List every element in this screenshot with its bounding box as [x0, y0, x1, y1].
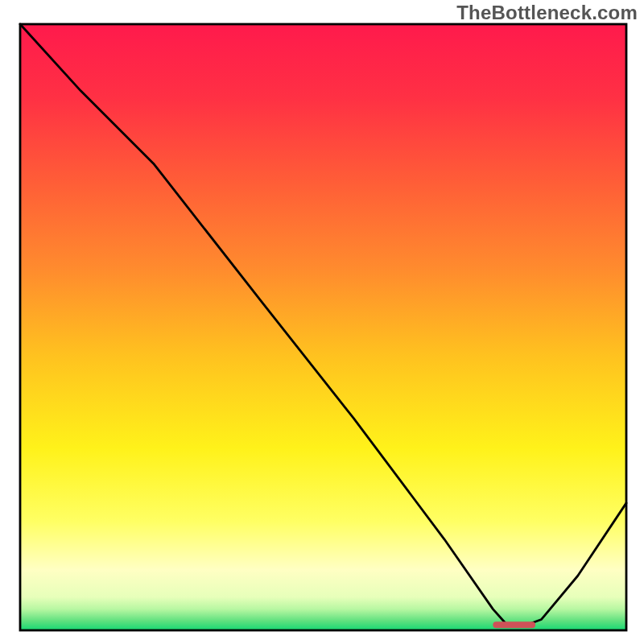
chart-stage: TheBottleneck.com [0, 0, 644, 644]
bottleneck-chart [0, 0, 644, 644]
plot-background [20, 24, 626, 630]
optimal-marker [493, 621, 535, 628]
